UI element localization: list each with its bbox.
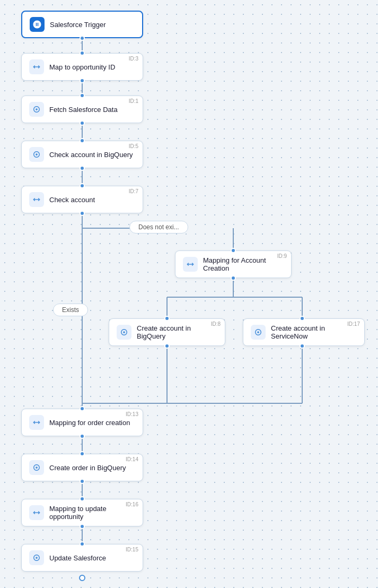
fetch-top-dot xyxy=(80,93,85,98)
update-salesforce-bottom-dot xyxy=(79,575,85,581)
create-bigquery-top-dot xyxy=(164,316,170,321)
update-salesforce-icon xyxy=(29,550,44,565)
salesforce-trigger-icon xyxy=(30,17,45,32)
check-bigquery-bottom-dot xyxy=(80,166,85,171)
svg-point-36 xyxy=(36,557,38,559)
salesforce-trigger-label: Salesforce Trigger xyxy=(50,21,135,29)
trigger-bottom-dot xyxy=(80,36,85,41)
mapping-order-icon xyxy=(29,415,44,430)
svg-point-32 xyxy=(36,153,38,155)
mapping-account-creation-label: Mapping for Account Creation xyxy=(203,256,284,272)
create-servicenow-icon xyxy=(251,325,266,340)
create-servicenow-top-dot xyxy=(300,316,305,321)
create-servicenow-bottom-dot xyxy=(300,343,305,349)
svg-point-34 xyxy=(257,331,259,333)
node-update-salesforce[interactable]: Update Salesforce ID:15 xyxy=(21,544,143,572)
create-order-bottom-dot xyxy=(80,479,85,484)
create-servicenow-label: Create account in ServiceNow xyxy=(271,324,357,340)
update-salesforce-id: ID:15 xyxy=(126,547,138,552)
create-bigquery-label: Create account in BigQuery xyxy=(137,324,217,340)
svg-point-33 xyxy=(123,331,125,333)
fetch-bottom-dot xyxy=(80,120,85,126)
node-fetch-salesforce[interactable]: Fetch Salesforce Data ID:1 xyxy=(21,96,143,123)
mapping-account-top-dot xyxy=(231,248,236,253)
check-account-icon xyxy=(29,192,44,207)
node-create-order[interactable]: Create order in BigQuery ID:14 xyxy=(21,454,143,481)
check-account-bottom-dot xyxy=(80,211,85,216)
mapping-update-label: Mapping to update opportunity xyxy=(49,505,135,521)
mapping-update-top-dot xyxy=(80,496,85,501)
create-order-label: Create order in BigQuery xyxy=(49,464,135,472)
exists-label: Exists xyxy=(53,304,88,316)
check-account-top-dot xyxy=(80,183,85,188)
create-order-id: ID:14 xyxy=(126,456,138,462)
mapping-account-creation-id: ID:9 xyxy=(277,253,287,259)
mapping-order-bottom-dot xyxy=(80,434,85,439)
check-bigquery-label: Check account in BigQuery xyxy=(49,151,135,159)
fetch-salesforce-icon xyxy=(29,102,44,117)
node-mapping-account-creation[interactable]: Mapping for Account Creation ID:9 xyxy=(175,250,292,278)
update-salesforce-label: Update Salesforce xyxy=(49,554,135,562)
svg-point-35 xyxy=(36,466,38,469)
svg-point-31 xyxy=(36,108,38,110)
node-create-servicenow[interactable]: Create account in ServiceNow ID:17 xyxy=(243,318,365,346)
check-bigquery-top-dot xyxy=(80,138,85,143)
fetch-salesforce-id: ID:1 xyxy=(129,98,138,104)
mapping-account-icon xyxy=(183,257,198,272)
node-check-bigquery[interactable]: Check account in BigQuery ID:5 xyxy=(21,141,143,168)
node-mapping-order[interactable]: Mapping for order creation ID:13 xyxy=(21,409,143,436)
check-bigquery-id: ID:5 xyxy=(129,143,138,149)
mapping-order-id: ID:13 xyxy=(126,411,138,417)
does-not-exist-label: Does not exi... xyxy=(129,221,188,234)
flow-canvas: Salesforce Trigger Map to opportunity ID… xyxy=(0,0,378,588)
check-account-label: Check account xyxy=(49,196,135,204)
mapping-update-bottom-dot xyxy=(80,524,85,529)
check-bigquery-icon xyxy=(29,147,44,162)
map-opportunity-id: ID:3 xyxy=(129,56,138,62)
node-check-account[interactable]: Check account ID:7 xyxy=(21,186,143,213)
create-bigquery-bottom-dot xyxy=(164,343,170,349)
mapping-order-label: Mapping for order creation xyxy=(49,419,135,427)
node-mapping-update[interactable]: Mapping to update opportunity ID:16 xyxy=(21,499,143,526)
mapping-update-id: ID:16 xyxy=(126,501,138,507)
mapping-order-top-dot xyxy=(80,406,85,411)
check-account-id: ID:7 xyxy=(129,188,138,194)
map-opportunity-bottom-dot xyxy=(80,78,85,83)
node-map-opportunity[interactable]: Map to opportunity ID ID:3 xyxy=(21,53,143,81)
map-opportunity-top-dot xyxy=(80,50,85,56)
update-salesforce-top-dot xyxy=(80,541,85,547)
map-opportunity-label: Map to opportunity ID xyxy=(49,63,135,71)
create-bigquery-icon xyxy=(117,325,131,340)
node-create-bigquery[interactable]: Create account in BigQuery ID:8 xyxy=(109,318,225,346)
node-salesforce-trigger[interactable]: Salesforce Trigger xyxy=(21,11,143,38)
mapping-account-bottom-dot xyxy=(231,275,236,281)
map-opportunity-icon xyxy=(29,59,44,74)
create-order-icon xyxy=(29,460,44,475)
create-servicenow-id: ID:17 xyxy=(347,321,360,327)
fetch-salesforce-label: Fetch Salesforce Data xyxy=(49,106,135,114)
create-bigquery-id: ID:8 xyxy=(211,321,221,327)
mapping-update-icon xyxy=(29,505,44,520)
create-order-top-dot xyxy=(80,451,85,456)
